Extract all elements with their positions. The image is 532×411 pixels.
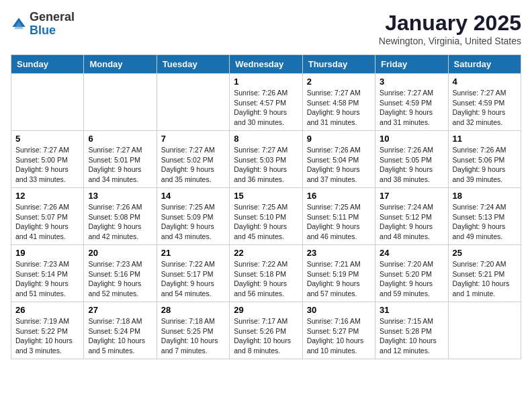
day-info: Sunrise: 7:24 AM Sunset: 5:13 PM Dayligh… [453, 202, 517, 242]
calendar-cell: 18Sunrise: 7:24 AM Sunset: 5:13 PM Dayli… [448, 188, 521, 245]
calendar-cell: 6Sunrise: 7:27 AM Sunset: 5:01 PM Daylig… [84, 131, 157, 188]
day-number: 2 [307, 77, 371, 87]
day-number: 26 [15, 305, 79, 315]
location-subtitle: Newington, Virginia, United States [379, 36, 521, 46]
weekday-header-row: SundayMondayTuesdayWednesdayThursdayFrid… [11, 55, 521, 74]
calendar-cell: 29Sunrise: 7:17 AM Sunset: 5:26 PM Dayli… [230, 302, 302, 359]
day-number: 28 [161, 305, 225, 315]
weekday-header: Sunday [11, 55, 84, 74]
day-info: Sunrise: 7:19 AM Sunset: 5:22 PM Dayligh… [15, 316, 79, 356]
day-info: Sunrise: 7:26 AM Sunset: 5:05 PM Dayligh… [380, 145, 443, 185]
weekday-header: Tuesday [157, 55, 229, 74]
day-number: 24 [380, 248, 443, 258]
calendar-cell: 24Sunrise: 7:20 AM Sunset: 5:20 PM Dayli… [375, 245, 448, 302]
weekday-header: Thursday [302, 55, 375, 74]
page-header: General Blue January 2025 Newington, Vir… [11, 11, 521, 46]
logo-icon [11, 16, 27, 32]
day-info: Sunrise: 7:25 AM Sunset: 5:09 PM Dayligh… [161, 202, 225, 242]
day-info: Sunrise: 7:18 AM Sunset: 5:25 PM Dayligh… [161, 316, 225, 356]
calendar-cell: 3Sunrise: 7:27 AM Sunset: 4:59 PM Daylig… [375, 74, 448, 131]
weekday-header: Wednesday [230, 55, 302, 74]
weekday-header: Monday [84, 55, 157, 74]
day-info: Sunrise: 7:20 AM Sunset: 5:21 PM Dayligh… [453, 259, 517, 299]
calendar-cell: 5Sunrise: 7:27 AM Sunset: 5:00 PM Daylig… [11, 131, 84, 188]
calendar-cell: 10Sunrise: 7:26 AM Sunset: 5:05 PM Dayli… [375, 131, 448, 188]
day-info: Sunrise: 7:27 AM Sunset: 5:00 PM Dayligh… [15, 145, 79, 185]
calendar-cell: 13Sunrise: 7:26 AM Sunset: 5:08 PM Dayli… [84, 188, 157, 245]
day-number: 6 [88, 134, 152, 144]
day-number: 10 [380, 134, 443, 144]
day-number: 12 [15, 191, 79, 201]
day-info: Sunrise: 7:26 AM Sunset: 5:04 PM Dayligh… [307, 145, 371, 185]
calendar-cell [448, 302, 521, 359]
day-info: Sunrise: 7:27 AM Sunset: 4:59 PM Dayligh… [380, 88, 443, 128]
calendar-cell: 4Sunrise: 7:27 AM Sunset: 4:59 PM Daylig… [448, 74, 521, 131]
calendar-cell: 9Sunrise: 7:26 AM Sunset: 5:04 PM Daylig… [302, 131, 375, 188]
calendar-cell: 1Sunrise: 7:26 AM Sunset: 4:57 PM Daylig… [230, 74, 302, 131]
day-info: Sunrise: 7:24 AM Sunset: 5:12 PM Dayligh… [380, 202, 443, 242]
day-number: 16 [307, 191, 371, 201]
day-info: Sunrise: 7:22 AM Sunset: 5:17 PM Dayligh… [161, 259, 225, 299]
day-number: 30 [307, 305, 371, 315]
week-row: 19Sunrise: 7:23 AM Sunset: 5:14 PM Dayli… [11, 245, 521, 302]
day-info: Sunrise: 7:16 AM Sunset: 5:27 PM Dayligh… [307, 316, 371, 356]
calendar-cell: 14Sunrise: 7:25 AM Sunset: 5:09 PM Dayli… [157, 188, 229, 245]
day-number: 8 [234, 134, 298, 144]
calendar-cell: 22Sunrise: 7:22 AM Sunset: 5:18 PM Dayli… [230, 245, 302, 302]
day-number: 4 [453, 77, 517, 87]
week-row: 1Sunrise: 7:26 AM Sunset: 4:57 PM Daylig… [11, 74, 521, 131]
day-number: 23 [307, 248, 371, 258]
day-number: 7 [161, 134, 225, 144]
day-number: 9 [307, 134, 371, 144]
day-info: Sunrise: 7:26 AM Sunset: 5:06 PM Dayligh… [453, 145, 517, 185]
day-number: 21 [161, 248, 225, 258]
day-number: 1 [234, 77, 298, 87]
day-info: Sunrise: 7:17 AM Sunset: 5:26 PM Dayligh… [234, 316, 298, 356]
day-number: 20 [88, 248, 152, 258]
day-info: Sunrise: 7:27 AM Sunset: 5:01 PM Dayligh… [88, 145, 152, 185]
day-number: 31 [380, 305, 443, 315]
day-number: 29 [234, 305, 298, 315]
week-row: 26Sunrise: 7:19 AM Sunset: 5:22 PM Dayli… [11, 302, 521, 359]
calendar-cell: 15Sunrise: 7:25 AM Sunset: 5:10 PM Dayli… [230, 188, 302, 245]
day-number: 13 [88, 191, 152, 201]
day-number: 5 [15, 134, 79, 144]
day-info: Sunrise: 7:27 AM Sunset: 4:59 PM Dayligh… [453, 88, 517, 128]
day-info: Sunrise: 7:27 AM Sunset: 5:03 PM Dayligh… [234, 145, 298, 185]
calendar-cell: 31Sunrise: 7:15 AM Sunset: 5:28 PM Dayli… [375, 302, 448, 359]
day-info: Sunrise: 7:23 AM Sunset: 5:14 PM Dayligh… [15, 259, 79, 299]
calendar-cell [11, 74, 84, 131]
title-block: January 2025 Newington, Virginia, United… [379, 11, 521, 46]
calendar-cell: 28Sunrise: 7:18 AM Sunset: 5:25 PM Dayli… [157, 302, 229, 359]
day-info: Sunrise: 7:25 AM Sunset: 5:10 PM Dayligh… [234, 202, 298, 242]
day-number: 17 [380, 191, 443, 201]
calendar-cell: 2Sunrise: 7:27 AM Sunset: 4:58 PM Daylig… [302, 74, 375, 131]
calendar-cell [84, 74, 157, 131]
day-info: Sunrise: 7:27 AM Sunset: 5:02 PM Dayligh… [161, 145, 225, 185]
month-title: January 2025 [379, 11, 521, 36]
day-number: 15 [234, 191, 298, 201]
calendar-cell: 11Sunrise: 7:26 AM Sunset: 5:06 PM Dayli… [448, 131, 521, 188]
calendar-cell: 12Sunrise: 7:26 AM Sunset: 5:07 PM Dayli… [11, 188, 84, 245]
calendar-cell [157, 74, 229, 131]
day-number: 14 [161, 191, 225, 201]
day-info: Sunrise: 7:23 AM Sunset: 5:16 PM Dayligh… [88, 259, 152, 299]
calendar-cell: 20Sunrise: 7:23 AM Sunset: 5:16 PM Dayli… [84, 245, 157, 302]
calendar-cell: 17Sunrise: 7:24 AM Sunset: 5:12 PM Dayli… [375, 188, 448, 245]
day-number: 25 [453, 248, 517, 258]
day-info: Sunrise: 7:26 AM Sunset: 5:07 PM Dayligh… [15, 202, 79, 242]
calendar-cell: 30Sunrise: 7:16 AM Sunset: 5:27 PM Dayli… [302, 302, 375, 359]
calendar-cell: 8Sunrise: 7:27 AM Sunset: 5:03 PM Daylig… [230, 131, 302, 188]
calendar-cell: 21Sunrise: 7:22 AM Sunset: 5:17 PM Dayli… [157, 245, 229, 302]
day-info: Sunrise: 7:22 AM Sunset: 5:18 PM Dayligh… [234, 259, 298, 299]
day-info: Sunrise: 7:21 AM Sunset: 5:19 PM Dayligh… [307, 259, 371, 299]
week-row: 12Sunrise: 7:26 AM Sunset: 5:07 PM Dayli… [11, 188, 521, 245]
day-info: Sunrise: 7:18 AM Sunset: 5:24 PM Dayligh… [88, 316, 152, 356]
day-info: Sunrise: 7:25 AM Sunset: 5:11 PM Dayligh… [307, 202, 371, 242]
day-number: 18 [453, 191, 517, 201]
day-info: Sunrise: 7:15 AM Sunset: 5:28 PM Dayligh… [380, 316, 443, 356]
logo: General Blue [11, 11, 75, 38]
day-number: 22 [234, 248, 298, 258]
weekday-header: Saturday [448, 55, 521, 74]
day-info: Sunrise: 7:27 AM Sunset: 4:58 PM Dayligh… [307, 88, 371, 128]
